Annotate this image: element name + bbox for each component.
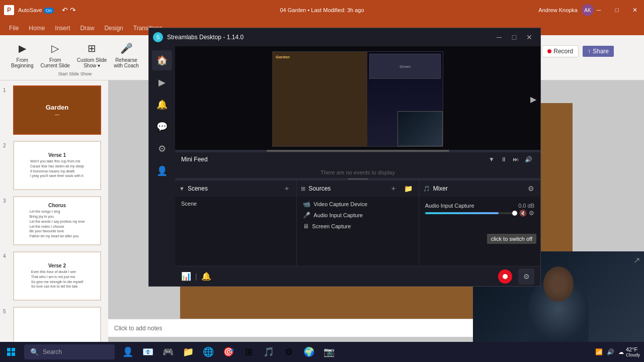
- slide-1-sub: —: [55, 112, 59, 117]
- preview-webcam-thumb: [397, 111, 443, 146]
- sl-sources-content: 📹 Video Capture Device 🎤 Audio Input Cap…: [297, 197, 418, 266]
- taskbar-icon-streamlabs[interactable]: 🎮: [159, 342, 177, 362]
- ribbon-btn-from-beginning[interactable]: ▶ FromBeginning: [8, 39, 36, 69]
- ppt-minimize-btn[interactable]: ─: [590, 0, 608, 20]
- slide-3-content: Chorus Let the songs I singBring joy to …: [14, 197, 100, 244]
- ribbon-group-slideshow-label: Start Slide Show: [58, 71, 92, 76]
- taskbar-icon-apps[interactable]: ⊞: [239, 342, 258, 362]
- sl-alerts-btn[interactable]: 🔔: [201, 272, 211, 281]
- slide-2-text: Won't you take this cup from meCause fea…: [30, 159, 84, 178]
- ppt-record-area: Record ↑ Share: [542, 45, 614, 57]
- ppt-username: Andrew Knopka: [538, 7, 578, 13]
- sl-record-button[interactable]: [498, 269, 512, 284]
- ppt-maximize-btn[interactable]: □: [608, 0, 626, 20]
- slide-thumb-3[interactable]: Chorus Let the songs I singBring joy to …: [13, 196, 101, 245]
- from-beginning-icon: ▶: [14, 40, 30, 56]
- minifeed-filter-btn[interactable]: ▼: [487, 155, 497, 164]
- slide-thumb-5[interactable]: [13, 307, 101, 347]
- mixer-settings-btn[interactable]: ⚙: [526, 184, 536, 194]
- ppt-tab-insert[interactable]: Insert: [50, 21, 75, 35]
- video-capture-label: Video Capture Device: [313, 201, 367, 207]
- sl-sidebar-alerts[interactable]: 🔔: [152, 95, 172, 115]
- minifeed-pause-btn[interactable]: ⏸: [499, 155, 509, 164]
- ppt-window-controls: ─ □ ✕: [590, 0, 644, 20]
- source-item-screen[interactable]: 🖥 Screen Capture: [299, 221, 416, 232]
- sl-close-btn[interactable]: ✕: [522, 31, 536, 43]
- taskbar-start-btn[interactable]: [0, 342, 22, 362]
- slide-item-4: 4 Verse 2 Even this hour of doubt I seeT…: [2, 250, 106, 302]
- ppt-tab-draw[interactable]: Draw: [75, 21, 99, 35]
- sl-scenes-content: Scene: [175, 197, 296, 266]
- sl-sidebar-settings[interactable]: ⚙: [152, 139, 172, 159]
- sl-stats-btn[interactable]: 📊: [181, 272, 191, 281]
- taskbar-icon-folder[interactable]: 📁: [179, 342, 197, 362]
- taskbar-icon-music[interactable]: 🎵: [260, 342, 278, 362]
- sl-sidebar-chat[interactable]: 💬: [152, 117, 172, 137]
- taskbar-icon-user[interactable]: 👤: [119, 342, 137, 362]
- rehearse-icon: 🎤: [118, 40, 134, 56]
- svg-rect-3: [12, 352, 15, 356]
- mixer-bar-fill: [425, 212, 499, 214]
- weather-temp: 42°F: [626, 346, 640, 352]
- sl-sidebar-user[interactable]: 👤: [152, 161, 172, 181]
- custom-show-label: Custom SlideShow ▾: [77, 57, 107, 68]
- mixer-config-btn[interactable]: ⚙: [529, 210, 534, 217]
- source-item-audio[interactable]: 🎤 Audio Input Capture: [299, 210, 416, 221]
- scenes-collapse-icon[interactable]: ▼: [179, 186, 185, 192]
- ppt-tab-file[interactable]: File: [4, 21, 24, 35]
- taskbar-icon-mail[interactable]: 📧: [139, 342, 157, 362]
- sl-secondary-btn[interactable]: ⚙: [518, 268, 534, 285]
- mixer-mute-btn[interactable]: 🔇: [519, 210, 527, 217]
- sl-expand-btn[interactable]: ▶: [530, 95, 536, 104]
- ppt-titlebar: P AutoSave On ↶ ↷ 04 Garden • Last Modif…: [0, 0, 644, 20]
- ribbon-btn-rehearse[interactable]: 🎤 Rehearsewith Coach: [111, 39, 141, 69]
- taskbar-icon-extra[interactable]: 📷: [320, 342, 338, 362]
- taskbar-search-label: Search: [43, 348, 62, 355]
- ppt-logo: P: [4, 5, 14, 15]
- ribbon-btn-from-current[interactable]: ▷ FromCurrent Slide: [37, 39, 72, 69]
- ppt-tab-design[interactable]: Design: [99, 21, 128, 35]
- taskbar-icon-games[interactable]: 🎯: [219, 342, 237, 362]
- scene-item[interactable]: Scene: [177, 199, 294, 209]
- ppt-autosave: AutoSave On: [18, 7, 54, 14]
- ppt-tab-home[interactable]: Home: [24, 21, 50, 35]
- sources-folder-btn[interactable]: 📁: [402, 184, 415, 194]
- ppt-close-btn[interactable]: ✕: [626, 0, 644, 20]
- mixer-title: Mixer: [433, 185, 523, 192]
- sl-sidebar-home[interactable]: 🏠: [152, 50, 172, 70]
- slide-thumb-2[interactable]: Verse 1 Won't you take this cup from meC…: [13, 141, 101, 190]
- sl-record-dot: [503, 274, 508, 279]
- slide-thumb-4[interactable]: Verse 2 Even this hour of doubt I seeTha…: [13, 251, 101, 301]
- ribbon-btn-custom-show[interactable]: ⊞ Custom SlideShow ▾: [74, 39, 110, 69]
- webcam-expand-icon[interactable]: ↗: [633, 255, 640, 265]
- sl-minifeed-header: Mini Feed ▼ ⏸ ⏭ 🔊: [175, 152, 540, 166]
- slide-item-5: 5: [2, 306, 106, 347]
- slide-thumb-1[interactable]: Garden —: [13, 85, 101, 135]
- mixer-icon-buttons: 🔇 ⚙: [519, 210, 534, 217]
- rehearse-label: Rehearsewith Coach: [114, 57, 138, 68]
- record-label: Record: [553, 48, 573, 55]
- sl-bottombar: 📊 | 🔔 ⚙: [175, 266, 540, 286]
- scenes-title: Scenes: [188, 185, 278, 192]
- slide-num-4: 4: [3, 253, 11, 259]
- taskbar-search-bar[interactable]: 🔍 Search: [24, 344, 115, 359]
- mixer-bar-container: 🔇 ⚙: [425, 210, 534, 217]
- slide-item-3: 3 Chorus Let the songs I singBring joy t…: [2, 195, 106, 246]
- taskbar-icon-chrome[interactable]: 🌍: [300, 342, 318, 362]
- minifeed-volume-btn[interactable]: 🔊: [523, 155, 534, 164]
- sources-add-btn[interactable]: ＋: [388, 183, 399, 194]
- taskbar-icon-settings[interactable]: ⚙: [280, 342, 298, 362]
- sl-minimize-btn[interactable]: ─: [492, 31, 506, 43]
- sl-minifeed-title: Mini Feed: [181, 156, 208, 163]
- mixer-label-row: Audio Input Capture 0.0 dB: [425, 203, 534, 209]
- record-button[interactable]: Record: [542, 45, 579, 57]
- scenes-add-btn[interactable]: ＋: [281, 183, 292, 194]
- taskbar-icon-explorer[interactable]: 🌐: [199, 342, 217, 362]
- mixer-bar-track[interactable]: [425, 212, 517, 214]
- sl-sidebar-expand[interactable]: ▶: [152, 72, 172, 93]
- sl-maximize-btn[interactable]: □: [507, 31, 521, 43]
- sl-body: 🏠 ▶ 🔔 💬 ⚙ 👤 Garden: [149, 46, 540, 286]
- share-button[interactable]: ↑ Share: [583, 46, 614, 57]
- minifeed-skip-btn[interactable]: ⏭: [511, 155, 521, 164]
- source-item-video[interactable]: 📹 Video Capture Device: [299, 199, 416, 210]
